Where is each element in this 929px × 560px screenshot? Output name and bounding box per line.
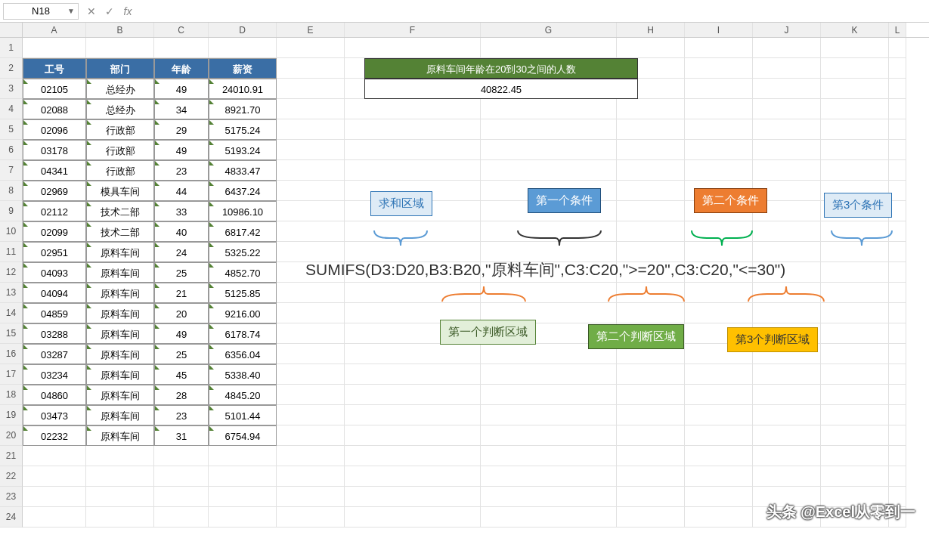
cell[interactable] [481,466,617,487]
cell[interactable]: 33 [154,201,209,221]
cell[interactable] [86,466,154,487]
cell[interactable]: 04341 [23,160,86,181]
cell[interactable]: 02112 [23,201,86,221]
cell[interactable] [481,99,617,119]
cell[interactable]: 29 [154,119,209,140]
cell[interactable] [86,38,154,58]
cell[interactable] [345,507,481,528]
cell[interactable]: 21 [154,283,209,303]
cell[interactable] [685,446,753,466]
cell[interactable] [481,364,617,385]
cell[interactable]: 原料车间 [86,425,154,446]
cell[interactable] [685,58,753,79]
cell[interactable] [345,99,481,119]
cell[interactable] [86,446,154,466]
cell[interactable]: 04093 [23,262,86,283]
cell[interactable] [481,38,617,58]
cell[interactable] [617,425,685,446]
cell[interactable]: 40 [154,221,209,242]
cell[interactable] [617,364,685,385]
column-header[interactable]: J [753,23,821,37]
cell[interactable] [209,466,277,487]
cell[interactable]: 技术二部 [86,221,154,242]
cell[interactable] [277,181,345,201]
column-header[interactable]: I [685,23,753,37]
cell[interactable]: 9216.00 [209,303,277,323]
row-header[interactable]: 16 [0,344,23,364]
cell[interactable] [685,140,753,160]
cell[interactable]: 20 [154,303,209,323]
cell[interactable] [277,303,345,323]
cell[interactable] [753,99,821,119]
cell[interactable] [753,160,821,181]
cell[interactable] [617,201,685,221]
cell[interactable] [154,487,209,507]
cell[interactable] [617,140,685,160]
cell[interactable] [753,405,821,425]
cell[interactable] [889,364,906,385]
row-header[interactable]: 18 [0,385,23,405]
chevron-down-icon[interactable]: ▼ [67,3,75,20]
cell[interactable] [889,303,906,323]
cell[interactable] [481,160,617,181]
cell[interactable] [753,221,821,242]
cell[interactable] [889,119,906,140]
cell[interactable] [209,38,277,58]
cell[interactable] [889,466,906,487]
cell[interactable]: 10986.10 [209,201,277,221]
cell[interactable] [209,446,277,466]
cell[interactable] [889,446,906,466]
formula-input[interactable] [141,3,926,20]
row-header[interactable]: 7 [0,160,23,181]
cell[interactable]: 02105 [23,79,86,99]
cell[interactable] [154,466,209,487]
cell[interactable] [821,385,889,405]
column-header[interactable]: B [86,23,154,37]
cell[interactable] [889,262,906,283]
cell[interactable] [277,119,345,140]
cell[interactable] [154,507,209,528]
cell[interactable]: 总经办 [86,99,154,119]
cell[interactable] [617,99,685,119]
cell[interactable] [617,507,685,528]
cell[interactable] [889,323,906,344]
cell[interactable]: 31 [154,425,209,446]
cell[interactable]: 23 [154,160,209,181]
cell[interactable] [86,487,154,507]
cell[interactable]: 49 [154,79,209,99]
cell[interactable]: 6437.24 [209,181,277,201]
cell[interactable] [889,425,906,446]
cell[interactable] [821,405,889,425]
cell[interactable] [821,160,889,181]
cell[interactable]: 总经办 [86,79,154,99]
cell[interactable] [277,323,345,344]
row-header[interactable]: 2 [0,58,23,79]
cell[interactable] [617,385,685,405]
cell[interactable] [277,283,345,303]
column-header[interactable]: A [23,23,86,37]
cell[interactable] [481,405,617,425]
cell[interactable] [889,405,906,425]
cell[interactable]: 原料车间 [86,262,154,283]
cell[interactable] [617,160,685,181]
cell[interactable] [154,446,209,466]
cell[interactable] [889,79,906,99]
cell[interactable]: 44 [154,181,209,201]
cell[interactable] [821,323,889,344]
cell[interactable]: 02232 [23,425,86,446]
cell[interactable] [345,344,481,364]
cell[interactable] [821,58,889,79]
cell[interactable] [753,385,821,405]
cell[interactable] [821,303,889,323]
cell[interactable]: 28 [154,385,209,405]
cell[interactable] [685,160,753,181]
cell[interactable] [685,303,753,323]
row-header[interactable]: 3 [0,79,23,99]
cell[interactable] [889,160,906,181]
cell[interactable]: 4852.70 [209,262,277,283]
cell[interactable]: 原料车间 [86,405,154,425]
cancel-icon[interactable]: ✕ [85,5,98,17]
cell[interactable] [685,364,753,385]
cell[interactable]: 24010.91 [209,79,277,99]
cell[interactable] [685,385,753,405]
